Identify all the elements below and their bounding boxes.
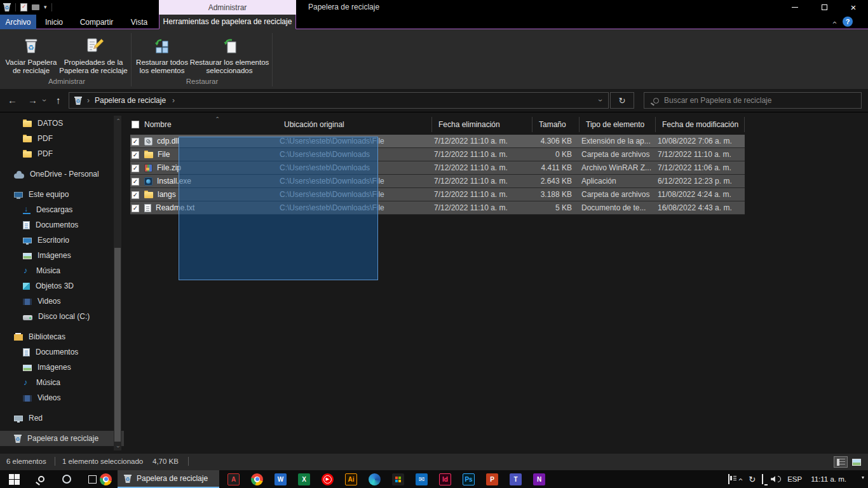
taskbar-app-mail[interactable] [410,470,433,488]
close-button[interactable]: × [839,0,868,15]
row-checkbox[interactable] [132,191,139,199]
address-bar[interactable]: ♻ Papelera de reciclaje [69,92,609,109]
sync-tray-icon[interactable] [749,475,756,484]
restore-button[interactable] [810,0,839,15]
customize-quick-access-icon[interactable]: ▾ [44,3,47,11]
refresh-button[interactable] [610,92,634,109]
file-row-cdp-dll[interactable]: cdp.dll C:\Users\esteb\Downloads\File 7/… [130,135,745,148]
sidebar-item-imagenes[interactable]: Imágenes [0,360,124,375]
ribbon: ♻ Vaciar Papelerade reciclaje Propiedade… [0,29,868,89]
file-row-file[interactable]: File C:\Users\esteb\Downloads 7/12/2022 … [130,148,745,161]
search-box[interactable] [644,92,862,109]
sidebar-item-datos[interactable]: DATOS [0,116,124,131]
row-checkbox[interactable] [132,151,139,159]
column-header-ubicacion[interactable]: Ubicación original [278,117,432,132]
sidebar-item-escritorio[interactable]: Escritorio [0,233,124,248]
sidebar-item-descargas[interactable]: Descargas [0,202,124,217]
row-checkbox[interactable] [132,178,139,186]
language-indicator[interactable]: ESP [787,475,802,483]
scroll-up-icon[interactable] [114,116,121,123]
address-dropdown-icon[interactable] [599,96,602,105]
column-header-tipo[interactable]: Tipo de elemento [580,117,656,132]
recent-locations-icon[interactable] [43,96,46,105]
taskbar-app-teams[interactable]: T [504,470,527,488]
taskbar-app-edge[interactable] [363,470,386,488]
tab-vista[interactable]: Vista [125,15,154,29]
thumbnails-view-button[interactable] [850,456,864,468]
search-input[interactable] [664,96,842,105]
taskbar-search-button[interactable] [29,470,54,488]
breadcrumb-item[interactable]: Papelera de reciclaje [95,96,166,105]
sidebar-item-pdf[interactable]: PDF [0,146,124,161]
sidebar-item-musica[interactable]: Música [0,375,124,390]
tab-compartir[interactable]: Compartir [72,15,121,29]
file-row-file-zip[interactable]: File.zip C:\Users\esteb\Downloads 7/12/2… [130,161,745,175]
clock[interactable]: 11:11 a. m. [811,475,846,483]
taskbar-app-store[interactable] [386,470,410,488]
minimize-button[interactable] [780,0,810,15]
row-checkbox[interactable] [132,138,139,146]
scroll-down-icon[interactable] [114,443,121,451]
recycle-bin-properties-button[interactable]: Propiedades de laPapelera de reciclaje [58,32,128,84]
tab-herramientas-papelera[interactable]: Herramientas de papelera de reciclaje [159,15,296,29]
scrollbar-thumb[interactable] [114,248,121,442]
sidebar-item-videos[interactable]: Videos [0,294,124,309]
back-icon[interactable]: ← [8,95,17,105]
sidebar-item-objetos-3d[interactable]: Objetos 3D [0,278,124,294]
cortana-button[interactable] [54,470,79,488]
sidebar-item-papelera[interactable]: ♻Papelera de reciclaje [0,431,124,446]
taskbar-app-illustrator[interactable]: Ai [339,470,363,488]
taskbar-app-excel[interactable]: X [292,470,316,488]
show-hidden-icons-button[interactable] [738,475,741,484]
file-row-install-exe[interactable]: Install.exe C:\Users\esteb\Downloads\Fil… [130,175,745,188]
row-checkbox[interactable] [132,165,139,172]
volume-tray-button[interactable] [771,476,781,482]
sidebar-item-documentos[interactable]: Documentos [0,217,124,233]
select-all-checkbox[interactable] [132,121,139,128]
taskbar-app-photoshop[interactable]: Ps [457,470,480,488]
sidebar-item-pdf[interactable]: PDF [0,131,124,146]
sidebar-item-disco-local[interactable]: Disco local (C:) [0,309,124,324]
sidebar-item-documentos[interactable]: Documentos [0,344,124,360]
taskbar-window-papelera[interactable]: ♻ Papelera de reciclaje [118,470,219,488]
tab-archivo[interactable]: Archivo [0,15,36,29]
taskbar-app-acrobat[interactable]: A [222,470,245,488]
sidebar-item-red[interactable]: Red [0,410,124,426]
properties-quick-icon[interactable] [20,3,27,11]
sidebar-item-imagenes[interactable]: Imágenes [0,248,124,263]
sidebar-item-bibliotecas[interactable]: Bibliotecas [0,329,124,344]
restore-all-items-button[interactable]: Restaurar todoslos elementos [135,32,189,84]
taskbar-app-chrome[interactable] [245,470,269,488]
taskbar-app-chrome-pinned[interactable] [94,470,118,488]
sidebar-item-videos[interactable]: Videos [0,390,124,405]
details-view-button[interactable] [834,456,848,468]
tab-inicio[interactable]: Inicio [39,15,69,29]
empty-recycle-bin-button[interactable]: ♻ Vaciar Papelerade reciclaje [5,32,57,84]
row-checkbox[interactable] [132,205,139,212]
new-folder-quick-icon[interactable] [32,4,39,10]
column-header-fecha-modificacion[interactable]: Fecha de modificación [656,117,745,132]
column-header-nombre[interactable]: Nombre [144,117,278,132]
column-header-tamano[interactable]: Tamaño [532,117,580,132]
up-icon[interactable]: ↑ [56,95,61,105]
sidebar-item-onedrive[interactable]: OneDrive - Personal [0,166,124,182]
widgets-button[interactable] [728,475,729,484]
taskbar-app-powerpoint[interactable]: P [480,470,504,488]
taskbar-app-indesign[interactable]: Id [433,470,457,488]
network-tray-button[interactable] [762,475,763,484]
taskbar-app-word[interactable]: W [269,470,292,488]
sidebar-item-este-equipo[interactable]: Este equipo [0,187,124,202]
file-row-langs[interactable]: langs C:\Users\esteb\Downloads\File 7/12… [130,188,745,201]
restore-selected-items-button[interactable]: Restaurar los elementosseleccionados [189,32,269,84]
taskbar-app-youtube-music[interactable] [316,470,339,488]
sidebar-item-musica[interactable]: Música [0,263,124,278]
forward-icon[interactable]: → [28,95,37,105]
taskbar-app-onenote[interactable]: N [527,470,551,488]
start-button[interactable] [0,470,29,488]
collapse-ribbon-icon[interactable] [832,18,835,27]
file-row-readme-txt[interactable]: Readme.txt C:\Users\esteb\Downloads\File… [130,201,745,215]
help-icon[interactable]: ? [843,17,853,27]
breadcrumb-chevron-icon[interactable] [172,96,175,105]
column-header-fecha-eliminacion[interactable]: Fecha eliminación [432,117,532,132]
sidebar-scrollbar[interactable] [114,116,121,451]
